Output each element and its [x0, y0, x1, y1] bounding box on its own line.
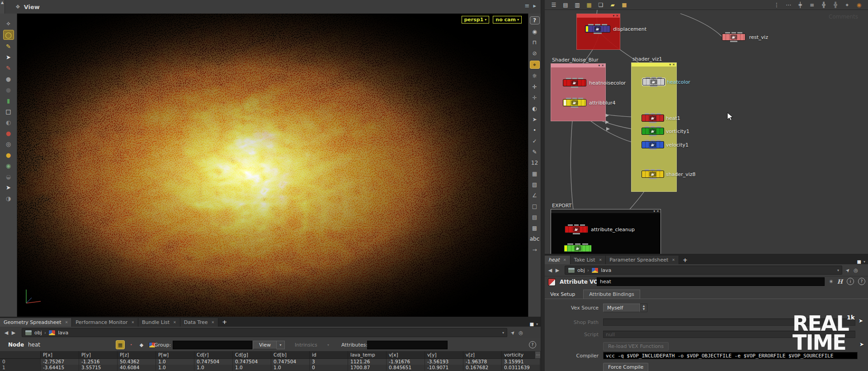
bulb-add-alt-icon[interactable]: ✛	[530, 94, 539, 101]
netbox-header[interactable]: ▾ ✕	[551, 209, 660, 213]
spinner-control[interactable]: ▲▼	[640, 304, 647, 312]
tab-heat[interactable]: heat ✕	[545, 256, 571, 264]
paint-brush-icon[interactable]: ✎	[4, 63, 14, 72]
pane-menu-icon[interactable]: ≡	[525, 2, 530, 9]
intrinsics-dropdown[interactable]: Intrinsics	[295, 342, 317, 348]
info-icon[interactable]: i	[847, 278, 854, 285]
pencil-tool-icon[interactable]: ✎	[4, 42, 14, 51]
globe-tool-icon[interactable]: ◉	[4, 161, 14, 170]
linked-pane-icon[interactable]: ◎	[854, 267, 858, 273]
col-header[interactable]: P[y]	[79, 351, 118, 359]
tab-close-icon[interactable]: ✕	[131, 320, 134, 324]
netbox-export[interactable]: EXPORT ▾ ✕ attribute_cleanup	[551, 209, 661, 254]
ring-tool-icon[interactable]: ◎	[4, 139, 14, 148]
col-header[interactable]: Cd[r]	[194, 351, 233, 359]
breadcrumb[interactable]: obj › lava ▾	[565, 266, 842, 275]
white-box-icon[interactable]: □	[4, 107, 14, 116]
brush-check-icon[interactable]: ✓	[530, 138, 539, 145]
windows-icon[interactable]: ❏	[596, 1, 605, 9]
breadcrumb-node[interactable]: lava	[58, 330, 68, 336]
snap-align-icon[interactable]: ╪	[796, 1, 805, 9]
chevron-down-icon[interactable]: ▾	[502, 331, 504, 335]
node-heat1[interactable]	[642, 114, 664, 122]
panel-layout-icon[interactable]: ■	[530, 322, 534, 327]
viewport-pane-header[interactable]: ❖ View ≡ ▸	[0, 0, 541, 14]
col-header[interactable]: v[x]	[387, 351, 425, 359]
tab-parameter-spreadsheet[interactable]: Parameter Spreadsheet ✕	[606, 256, 679, 264]
bulb-icon[interactable]: ☼	[530, 72, 539, 80]
grid-view-icon[interactable]: ▦	[530, 170, 539, 177]
pen-icon[interactable]: ✎	[530, 148, 539, 156]
dots-horizontal-icon[interactable]: ⋯	[784, 1, 793, 9]
search-icon[interactable]: ⌖	[843, 1, 852, 9]
tab-take-list[interactable]: Take List ✕	[571, 256, 606, 264]
detail-view-icon[interactable]: ▥	[573, 1, 582, 9]
select-arrow-icon[interactable]: ➤	[4, 52, 14, 62]
reload-vex-functions-button[interactable]: Re-load VEX Functions	[603, 342, 669, 351]
tab-performance-monitor[interactable]: Performance Monitor ✕	[72, 318, 138, 327]
linked-pane-icon[interactable]: ◎	[519, 330, 523, 336]
netbox-displacement[interactable]: ▾ ✕ displacement	[576, 14, 620, 50]
forward-button[interactable]: ▶	[10, 330, 17, 336]
chevron-down-icon[interactable]: ▾	[837, 268, 839, 272]
netbox-collapse-icon[interactable]: ▾	[599, 64, 600, 67]
pot-tool-icon[interactable]: ◒	[4, 172, 14, 181]
col-header[interactable]: id	[310, 351, 348, 359]
white-arrow-icon[interactable]: ➤	[4, 183, 14, 192]
breadcrumb-root[interactable]: obj	[34, 330, 42, 336]
chevron-down-icon[interactable]: ▾	[536, 322, 538, 326]
eye-icon[interactable]: ◉	[530, 28, 539, 35]
sculpt-tool-icon[interactable]: ●	[4, 74, 14, 83]
tab-geometry-spreadsheet[interactable]: Geometry Spreadsheet ✕	[0, 318, 72, 327]
breadcrumb[interactable]: obj › lava ▾	[22, 328, 507, 337]
half-sphere-icon[interactable]: ◑	[4, 194, 14, 203]
stack-icon[interactable]: ▤	[561, 1, 570, 9]
pin-pane-icon[interactable]: ➤	[844, 266, 852, 274]
lasso-tool-icon[interactable]: ◯	[3, 30, 14, 40]
node-heatcolor[interactable]	[642, 78, 665, 86]
netbox-shader-viz1[interactable]: shader_viz1 ▾ ✕ heatcolor heat1 vorticit…	[631, 62, 677, 192]
distribute-icon[interactable]: ≡	[807, 1, 816, 9]
points-toggle-icon[interactable]: ▦	[116, 340, 125, 349]
camera-selector[interactable]: persp1 ▾	[462, 16, 490, 24]
lamp-off-icon[interactable]: ⊘	[530, 50, 539, 57]
attributes-input[interactable]	[367, 341, 448, 349]
wand-tool-icon[interactable]: ✧	[4, 19, 14, 28]
back-button[interactable]: ◀	[547, 267, 554, 273]
dark-sphere-icon[interactable]: ●	[4, 85, 14, 94]
col-header[interactable]: Cd[b]	[271, 351, 310, 359]
col-header[interactable]: P[x]	[41, 351, 79, 359]
two-viewport-icon[interactable]: 12	[530, 159, 539, 166]
netbox-header[interactable]: ▾ ✕	[577, 14, 620, 18]
color-correction-icon[interactable]: ◉	[854, 1, 863, 9]
node-rest-viz[interactable]	[722, 33, 745, 41]
col-header[interactable]: v[y]	[425, 351, 463, 359]
col-header[interactable]: P[w]	[156, 351, 194, 359]
green-capsule-icon[interactable]: ▮	[4, 96, 14, 105]
primitives-toggle-icon[interactable]: ◆	[137, 341, 146, 349]
breadcrumb-root[interactable]: obj	[577, 267, 585, 273]
tab-close-icon[interactable]: ✕	[173, 320, 176, 324]
chevron-down-icon[interactable]: ▾	[277, 341, 285, 349]
node-attribblur4[interactable]	[563, 99, 586, 106]
pane-type-icon[interactable]: ❖	[15, 4, 20, 10]
col-header[interactable]: P[z]	[118, 351, 156, 359]
netbox-header[interactable]: ▾ ✕	[551, 64, 605, 67]
tab-close-icon[interactable]: ✕	[563, 258, 566, 262]
vop-node-icon[interactable]	[548, 278, 556, 286]
dots-vertical-icon[interactable]: ⋮	[772, 1, 781, 9]
cube-icon[interactable]: ▩	[530, 224, 539, 232]
chevron-down-icon[interactable]: ▾	[863, 260, 865, 264]
netbox-collapse-icon[interactable]: ▾	[654, 210, 656, 213]
netbox-close-icon[interactable]: ✕	[616, 14, 618, 18]
spin-down-icon[interactable]: ▼	[643, 308, 645, 311]
viewport-canvas[interactable]: persp1 ▾ no cam ▾	[17, 14, 528, 317]
tab-close-icon[interactable]: ✕	[672, 258, 675, 262]
node-heatnoisecolor[interactable]	[563, 79, 586, 86]
node-displacement[interactable]	[585, 25, 610, 33]
back-button[interactable]: ◀	[3, 330, 10, 336]
vertices-toggle-icon[interactable]: •	[127, 341, 135, 349]
netbox-collapse-icon[interactable]: ▾	[670, 63, 671, 67]
color-palette-icon[interactable]: ▦	[585, 1, 594, 9]
sticky-note-icon[interactable]: ▰	[608, 1, 617, 9]
